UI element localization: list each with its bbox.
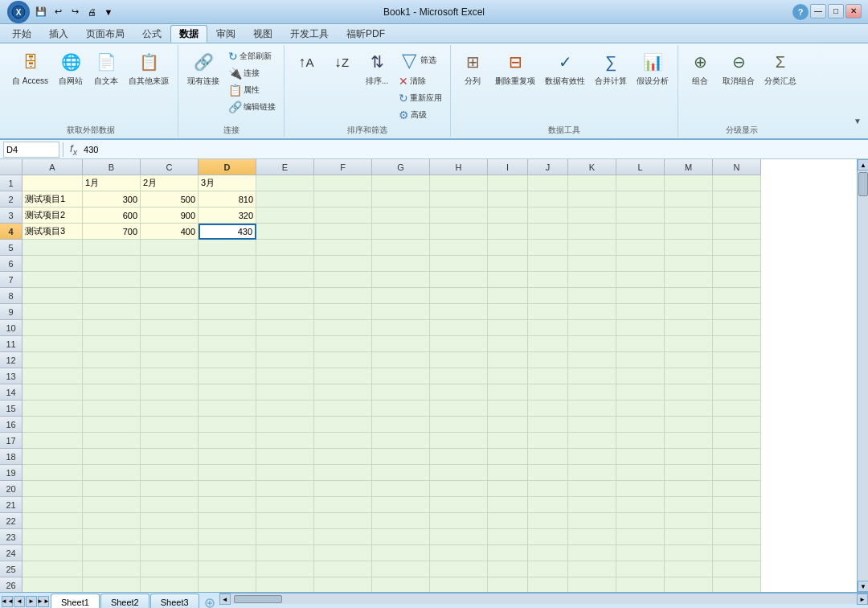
cell-G5[interactable] [372, 240, 430, 256]
hscroll-thumb[interactable] [234, 595, 282, 603]
row-header-16[interactable]: 16 [0, 417, 23, 433]
cell-G24[interactable] [372, 545, 430, 561]
cell-I18[interactable] [488, 449, 528, 465]
row-header-6[interactable]: 6 [0, 256, 23, 272]
cell-H23[interactable] [430, 529, 488, 545]
row-header-10[interactable]: 10 [0, 320, 23, 336]
cell-C20[interactable] [141, 481, 199, 497]
cell-N2[interactable] [713, 191, 761, 207]
cell-C5[interactable] [141, 240, 199, 256]
btn-ungroup[interactable]: ⊖ 取消组合 [719, 47, 759, 89]
cell-J25[interactable] [528, 561, 568, 577]
cell-B13[interactable] [83, 368, 141, 384]
cell-D5[interactable] [199, 240, 256, 256]
tab-home[interactable]: 开始 [3, 25, 40, 43]
cell-M10[interactable] [665, 320, 713, 336]
cell-F19[interactable] [314, 465, 372, 481]
cell-L8[interactable] [616, 288, 665, 304]
cell-N11[interactable] [713, 336, 761, 352]
row-header-4[interactable]: 4 [0, 224, 23, 240]
cell-H21[interactable] [430, 497, 488, 513]
cell-J10[interactable] [528, 320, 568, 336]
cell-L3[interactable] [616, 207, 665, 224]
cell-L25[interactable] [616, 561, 665, 577]
cell-L1[interactable] [616, 175, 665, 191]
cell-M3[interactable] [665, 207, 713, 224]
cell-reference-box[interactable] [3, 142, 59, 158]
cell-J26[interactable] [528, 577, 568, 592]
vscroll-track[interactable] [858, 170, 868, 581]
undo-quick-btn[interactable]: ↩ [51, 5, 65, 19]
cell-B22[interactable] [83, 513, 141, 529]
btn-what-if[interactable]: 📊 假设分析 [633, 47, 673, 89]
cell-D17[interactable] [199, 433, 256, 449]
cell-B26[interactable] [83, 577, 141, 592]
cell-B19[interactable] [83, 465, 141, 481]
cell-K21[interactable] [568, 497, 616, 513]
cell-G9[interactable] [372, 304, 430, 320]
minimize-button[interactable]: — [810, 4, 826, 18]
cell-B12[interactable] [83, 352, 141, 368]
cell-N23[interactable] [713, 529, 761, 545]
cell-H3[interactable] [430, 207, 488, 224]
cell-K11[interactable] [568, 336, 616, 352]
cell-F22[interactable] [314, 513, 372, 529]
cell-J23[interactable] [528, 529, 568, 545]
cell-N21[interactable] [713, 497, 761, 513]
cell-E8[interactable] [256, 288, 314, 304]
cell-B5[interactable] [83, 240, 141, 256]
cell-H13[interactable] [430, 368, 488, 384]
cell-I16[interactable] [488, 417, 528, 433]
cell-D7[interactable] [199, 272, 256, 288]
cell-L20[interactable] [616, 481, 665, 497]
btn-web[interactable]: 🌐 自网站 [54, 47, 88, 89]
cell-K5[interactable] [568, 240, 616, 256]
cell-J4[interactable] [528, 224, 568, 240]
cell-B11[interactable] [83, 336, 141, 352]
vscroll-thumb[interactable] [858, 172, 868, 196]
cell-K6[interactable] [568, 256, 616, 272]
cell-C18[interactable] [141, 449, 199, 465]
cell-L12[interactable] [616, 352, 665, 368]
cell-M22[interactable] [665, 513, 713, 529]
col-header-G[interactable]: G [372, 159, 430, 175]
hscroll-left-btn[interactable]: ◄ [219, 594, 231, 605]
row-header-5[interactable]: 5 [0, 240, 23, 256]
cell-J6[interactable] [528, 256, 568, 272]
cell-A11[interactable] [23, 336, 83, 352]
cell-J2[interactable] [528, 191, 568, 207]
tab-view[interactable]: 视图 [244, 25, 281, 43]
cell-F13[interactable] [314, 368, 372, 384]
cell-N16[interactable] [713, 417, 761, 433]
cell-K1[interactable] [568, 175, 616, 191]
cell-G6[interactable] [372, 256, 430, 272]
cell-B17[interactable] [83, 433, 141, 449]
cell-L13[interactable] [616, 368, 665, 384]
cell-H11[interactable] [430, 336, 488, 352]
cell-I17[interactable] [488, 433, 528, 449]
cell-K3[interactable] [568, 207, 616, 224]
cell-J21[interactable] [528, 497, 568, 513]
cell-E14[interactable] [256, 384, 314, 401]
cell-G17[interactable] [372, 433, 430, 449]
cell-C8[interactable] [141, 288, 199, 304]
cell-E20[interactable] [256, 481, 314, 497]
btn-edit-links[interactable]: 🔗 编辑链接 [225, 99, 279, 115]
cell-H7[interactable] [430, 272, 488, 288]
cell-B7[interactable] [83, 272, 141, 288]
cell-L23[interactable] [616, 529, 665, 545]
cell-I2[interactable] [488, 191, 528, 207]
cell-B20[interactable] [83, 481, 141, 497]
cell-M13[interactable] [665, 368, 713, 384]
btn-existing-connections[interactable]: 🔗 现有连接 [183, 47, 223, 89]
cell-L18[interactable] [616, 449, 665, 465]
cell-F15[interactable] [314, 401, 372, 417]
cell-J5[interactable] [528, 240, 568, 256]
btn-sort[interactable]: ⇅ 排序... [360, 47, 394, 89]
cell-L24[interactable] [616, 545, 665, 561]
hscroll-track[interactable] [231, 594, 857, 604]
cell-K18[interactable] [568, 449, 616, 465]
cell-A15[interactable] [23, 401, 83, 417]
cell-M9[interactable] [665, 304, 713, 320]
cell-A20[interactable] [23, 481, 83, 497]
